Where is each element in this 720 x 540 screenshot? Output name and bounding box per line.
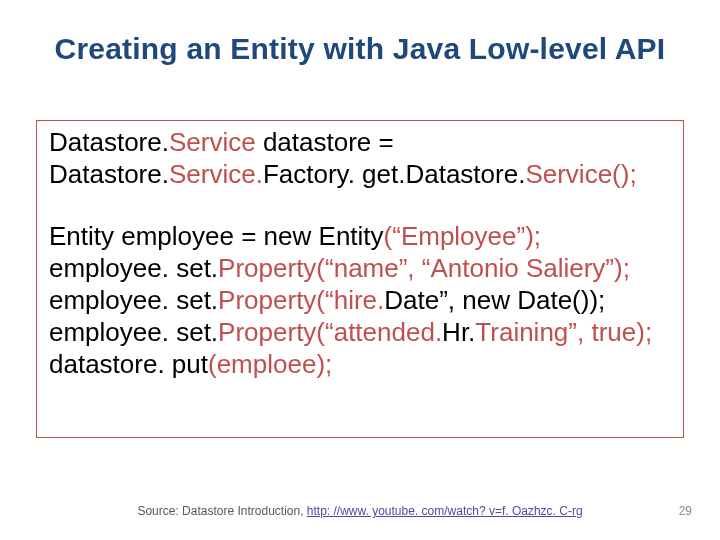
code-text: Date”, new Date()); [384, 285, 605, 315]
code-text: Property(“name”, “Antonio Saliery”); [218, 253, 630, 283]
code-block-1: Datastore.Service datastore = Datastore.… [49, 127, 673, 191]
code-text: Service [169, 127, 263, 157]
source-link[interactable]: http: //www. youtube. com/watch? v=f. Oa… [307, 504, 583, 518]
source-footer: Source: Datastore Introduction, http: //… [0, 504, 720, 518]
code-text: (“Employee”); [384, 221, 541, 251]
code-text: Service(); [525, 159, 636, 189]
code-box: Datastore.Service datastore = Datastore.… [36, 120, 684, 438]
code-text: Property(“hire. [218, 285, 384, 315]
code-text: Entity employee = new Entity [49, 221, 384, 251]
code-text: Service. [169, 159, 263, 189]
code-text: datastore = [263, 127, 394, 157]
slide: Creating an Entity with Java Low-level A… [0, 0, 720, 540]
code-block-2: Entity employee = new Entity(“Employee”)… [49, 221, 673, 381]
code-text: datastore. put [49, 349, 208, 379]
code-text: Datastore. [405, 159, 525, 189]
code-text: Datastore. [49, 127, 169, 157]
code-text: (emploee); [208, 349, 332, 379]
code-text: Training”, true); [475, 317, 652, 347]
code-text: Datastore. [49, 159, 169, 189]
slide-title: Creating an Entity with Java Low-level A… [0, 32, 720, 66]
code-text: Factory. get. [263, 159, 406, 189]
code-text: employee. set. [49, 285, 218, 315]
footer-prefix: Source: Datastore Introduction, [137, 504, 306, 518]
code-text: Hr. [442, 317, 475, 347]
code-text: employee. set. [49, 317, 218, 347]
code-text: Property(“attended. [218, 317, 442, 347]
code-text: employee. set. [49, 253, 218, 283]
page-number: 29 [679, 504, 692, 518]
